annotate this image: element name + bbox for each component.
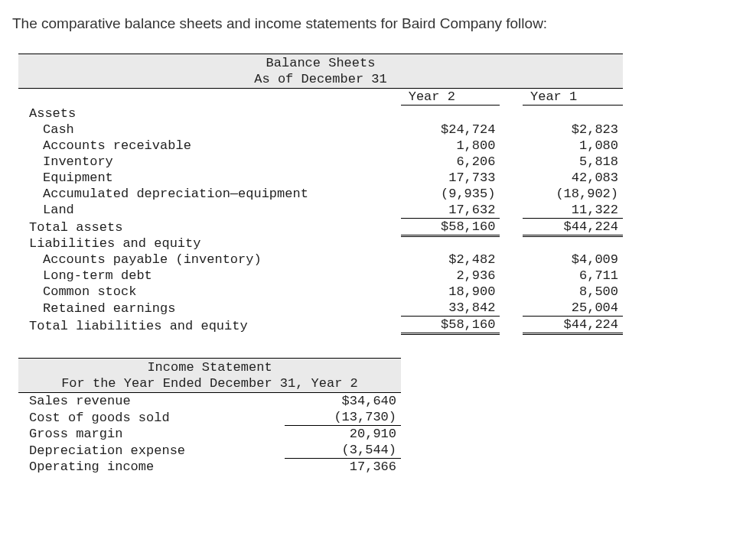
row-value-y2: 6,206	[401, 154, 500, 170]
row-label: Depreciation expense	[18, 442, 285, 459]
row-value-y2: (9,935)	[401, 186, 500, 202]
table-row: Gross margin 20,910	[18, 426, 401, 443]
row-value-y2: $24,724	[401, 122, 500, 138]
row-value: (3,544)	[285, 442, 401, 459]
row-value-y1: $44,224	[523, 218, 623, 235]
table-row: Cash $24,724 $2,823	[18, 122, 623, 138]
income-statement-table: Income Statement For the Year Ended Dece…	[18, 358, 401, 475]
row-label: Equipment	[18, 170, 324, 186]
row-value-y2: $58,160	[401, 317, 500, 334]
row-label: Cash	[18, 122, 324, 138]
row-value-y2: 17,632	[401, 202, 500, 219]
intro-text: The comparative balance sheets and incom…	[12, 15, 744, 32]
row-label: Accumulated depreciation—equipment	[18, 186, 324, 202]
row-label: Accounts payable (inventory)	[18, 252, 324, 268]
row-value-y1: 25,004	[523, 300, 623, 317]
table-row: Land 17,632 11,322	[18, 202, 623, 219]
row-label: Cost of goods sold	[18, 409, 285, 426]
table-row: Retained earnings 33,842 25,004	[18, 300, 623, 317]
row-label: Total liabilities and equity	[18, 317, 324, 334]
row-value-y2: 33,842	[401, 300, 500, 317]
row-value-y1: 5,818	[523, 154, 623, 170]
balance-sheets-table: Balance Sheets As of December 31 Year 2 …	[18, 54, 623, 335]
bs-col-year2: Year 2	[401, 89, 500, 106]
table-row: Equipment 17,733 42,083	[18, 170, 623, 186]
row-value: 20,910	[285, 426, 401, 443]
row-value: 17,366	[285, 459, 401, 476]
row-value-y1: 42,083	[523, 170, 623, 186]
row-label: Gross margin	[18, 426, 285, 443]
row-value-y2: 2,936	[401, 268, 500, 284]
table-row: Long-term debt 2,936 6,711	[18, 268, 623, 284]
row-label: Inventory	[18, 154, 324, 170]
bs-title: Balance Sheets	[18, 54, 623, 72]
row-value-y1: $2,823	[523, 122, 623, 138]
row-value: (13,730)	[285, 409, 401, 426]
row-value-y2: 18,900	[401, 284, 500, 300]
table-row: Inventory 6,206 5,818	[18, 154, 623, 170]
row-value-y1: (18,902)	[523, 186, 623, 202]
bs-col-year1: Year 1	[523, 89, 623, 106]
is-title: Income Statement	[18, 359, 401, 376]
table-row: Depreciation expense (3,544)	[18, 442, 401, 459]
table-row: Accumulated depreciation—equipment (9,93…	[18, 186, 623, 202]
row-label: Operating income	[18, 459, 285, 476]
row-value-y1: $4,009	[523, 252, 623, 268]
row-label: Land	[18, 202, 324, 219]
table-row: Operating income 17,366	[18, 459, 401, 476]
is-subtitle: For the Year Ended December 31, Year 2	[18, 375, 401, 393]
row-label: Long-term debt	[18, 268, 324, 284]
row-label: Sales revenue	[18, 393, 285, 410]
row-value-y1: $44,224	[523, 317, 623, 334]
table-row: Cost of goods sold (13,730)	[18, 409, 401, 426]
bs-section-assets: Assets	[18, 106, 324, 122]
row-label: Common stock	[18, 284, 324, 300]
row-value-y2: $2,482	[401, 252, 500, 268]
row-label: Accounts receivable	[18, 138, 324, 154]
table-row: Sales revenue $34,640	[18, 393, 401, 410]
table-row: Common stock 18,900 8,500	[18, 284, 623, 300]
table-row: Accounts payable (inventory) $2,482 $4,0…	[18, 252, 623, 268]
row-value-y2: 17,733	[401, 170, 500, 186]
table-row-total: Total assets $58,160 $44,224	[18, 218, 623, 235]
row-value-y1: 11,322	[523, 202, 623, 219]
table-row: Accounts receivable 1,800 1,080	[18, 138, 623, 154]
table-row-total: Total liabilities and equity $58,160 $44…	[18, 317, 623, 334]
row-value: $34,640	[285, 393, 401, 410]
bs-subtitle: As of December 31	[18, 71, 623, 89]
row-label: Total assets	[18, 218, 324, 235]
row-value-y1: 6,711	[523, 268, 623, 284]
row-value-y1: 1,080	[523, 138, 623, 154]
row-value-y2: $58,160	[401, 218, 500, 235]
bs-section-liabilities: Liabilities and equity	[18, 235, 324, 252]
row-label: Retained earnings	[18, 300, 324, 317]
row-value-y1: 8,500	[523, 284, 623, 300]
row-value-y2: 1,800	[401, 138, 500, 154]
